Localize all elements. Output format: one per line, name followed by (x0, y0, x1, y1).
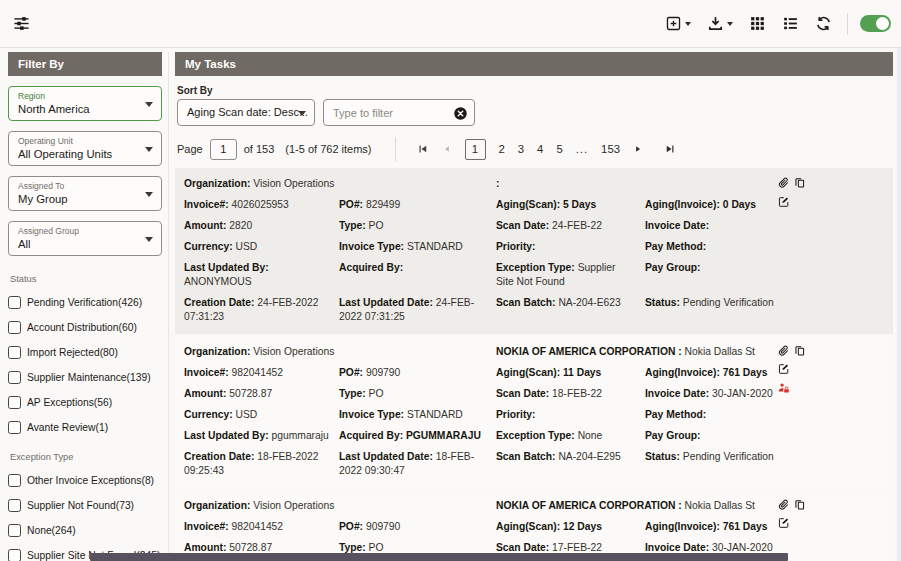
filter-checkbox-ap-exceptions-56[interactable]: AP Exceptions(56) (8, 396, 162, 409)
toggle-knob (876, 17, 889, 30)
filter-select-operating-unit[interactable]: Operating Unit All Operating Units (8, 131, 162, 166)
card-field: Status: Pending Verification (645, 296, 784, 323)
my-tasks-header: My Tasks (175, 52, 893, 76)
field-label: PO#: (339, 521, 363, 532)
checkbox-icon[interactable] (8, 549, 21, 561)
caret-down-icon (727, 22, 733, 26)
type-to-filter-input[interactable] (324, 107, 442, 119)
card-action-row (778, 517, 790, 529)
field-value: 982041452 (232, 521, 284, 532)
attachment-icon[interactable] (778, 177, 790, 189)
clear-filter-icon[interactable] (453, 106, 468, 121)
vertical-scrollbar-track[interactable] (897, 48, 901, 561)
field-value: Pending Verification (683, 451, 774, 462)
checkbox-icon[interactable] (8, 474, 21, 487)
list-view-button[interactable] (779, 12, 802, 35)
supplier-name: : (496, 178, 499, 189)
card-field: Invoice#: 982041452 (184, 520, 329, 534)
pager-page-number[interactable]: 153 (601, 143, 620, 155)
edit-icon[interactable] (778, 363, 790, 375)
field-label: Aging(Scan): (496, 521, 560, 532)
my-tasks-panel: My Tasks Sort By Aging Scan date: Desc..… (168, 52, 893, 561)
pager-next-icon[interactable] (633, 144, 643, 154)
checkbox-icon[interactable] (8, 321, 21, 334)
filter-select-region[interactable]: Region North America (8, 86, 162, 121)
field-value: 761 Days (723, 521, 768, 532)
filter-checkbox-supplier-maintenance-139[interactable]: Supplier Maintenance(139) (8, 371, 162, 384)
page-number-input[interactable] (210, 139, 237, 160)
field-label: Amount: (184, 220, 226, 231)
filter-checkbox-other-invoice-exceptions-8[interactable]: Other Invoice Exceptions(8) (8, 474, 162, 487)
field-value: ANONYMOUS (184, 276, 252, 287)
filter-checkbox-account-distribution-60[interactable]: Account Distribution(60) (8, 321, 162, 334)
card-action-row (778, 345, 805, 357)
view-toggle-on[interactable] (860, 15, 891, 32)
sidebar-groups: Status Pending Verification(426) Account… (8, 274, 162, 561)
copy-icon[interactable] (794, 499, 806, 511)
add-button[interactable] (662, 12, 694, 35)
edit-icon[interactable] (778, 196, 790, 208)
filter-checkbox-import-rejected-80[interactable]: Import Rejected(80) (8, 346, 162, 359)
pager-page-number[interactable]: 1 (465, 139, 486, 160)
card-field: Amount: 2820 (184, 219, 329, 233)
edit-icon[interactable] (778, 517, 790, 529)
field-label: Amount: (184, 388, 226, 399)
card-field: Priority: (496, 408, 635, 422)
horizontal-scrollbar[interactable] (90, 553, 788, 561)
refresh-button[interactable] (812, 12, 835, 35)
field-label: Currency: (184, 409, 233, 420)
pager-first-icon[interactable] (417, 143, 429, 155)
task-card[interactable]: Organization: Vision Operations NOKIA OF… (175, 488, 893, 561)
task-card[interactable]: Organization: Vision Operations NOKIA OF… (175, 334, 893, 488)
checkbox-icon[interactable] (8, 421, 21, 434)
field-label: Scan Date: (496, 388, 549, 399)
field-value: None (578, 430, 603, 441)
pager-page-number[interactable]: 4 (537, 143, 543, 155)
checkbox-label: Account Distribution(60) (27, 322, 137, 333)
checkbox-icon[interactable] (8, 396, 21, 409)
field-value: 18-FEB-22 (552, 388, 602, 399)
field-label: Organization: (184, 178, 250, 189)
card-field: Acquired By: (339, 261, 486, 288)
pager-page-number[interactable]: 2 (499, 143, 505, 155)
caret-down-icon (298, 111, 306, 116)
field-label: Aging(Invoice): (645, 199, 720, 210)
field-label: Invoice Date: (645, 388, 709, 399)
filter-checkbox-none-264[interactable]: None(264) (8, 524, 162, 537)
pager-last-icon[interactable] (664, 143, 676, 155)
field-value: 982041452 (232, 367, 284, 378)
filter-checkbox-pending-verification-426[interactable]: Pending Verification(426) (8, 296, 162, 309)
filter-checkbox-supplier-not-found-73[interactable]: Supplier Not Found(73) (8, 499, 162, 512)
sliders-filter-button[interactable] (10, 12, 33, 35)
download-button[interactable] (704, 12, 736, 35)
checkbox-icon[interactable] (8, 499, 21, 512)
pager-page-number[interactable]: 3 (518, 143, 524, 155)
filter-checkbox-avante-review-1[interactable]: Avante Review(1) (8, 421, 162, 434)
filter-select-assigned-group[interactable]: Assigned Group All (8, 221, 162, 256)
attachment-icon[interactable] (778, 345, 790, 357)
checkbox-icon[interactable] (8, 524, 21, 537)
card-field: Aging(Scan): 5 Days (496, 198, 635, 212)
field-value: 50728.87 (229, 388, 272, 399)
checkbox-icon[interactable] (8, 346, 21, 359)
field-value: 0 Days (723, 199, 756, 210)
attachment-icon[interactable] (778, 499, 790, 511)
copy-icon[interactable] (794, 177, 806, 189)
filter-select-assigned-to[interactable]: Assigned To My Group (8, 176, 162, 211)
field-value: 12 Days (563, 521, 602, 532)
task-card[interactable]: Organization: Vision Operations : Invoic… (175, 168, 893, 334)
grid-view-button[interactable] (746, 12, 769, 35)
field-label: Priority: (496, 241, 535, 252)
checkbox-icon[interactable] (8, 296, 21, 309)
field-label: Invoice Date: (645, 542, 709, 553)
filter-input-box (323, 99, 475, 126)
pager-page-number[interactable]: 5 (556, 143, 562, 155)
list-icon (782, 15, 799, 32)
sort-select[interactable]: Aging Scan date: Desc... (177, 99, 315, 126)
checkbox-icon[interactable] (8, 371, 21, 384)
field-label: Last Updated By: (184, 262, 269, 273)
field-label: PO#: (339, 367, 363, 378)
copy-icon[interactable] (794, 345, 806, 357)
pager-previous-icon[interactable] (442, 144, 452, 154)
field-label: Creation Date: (184, 451, 254, 462)
